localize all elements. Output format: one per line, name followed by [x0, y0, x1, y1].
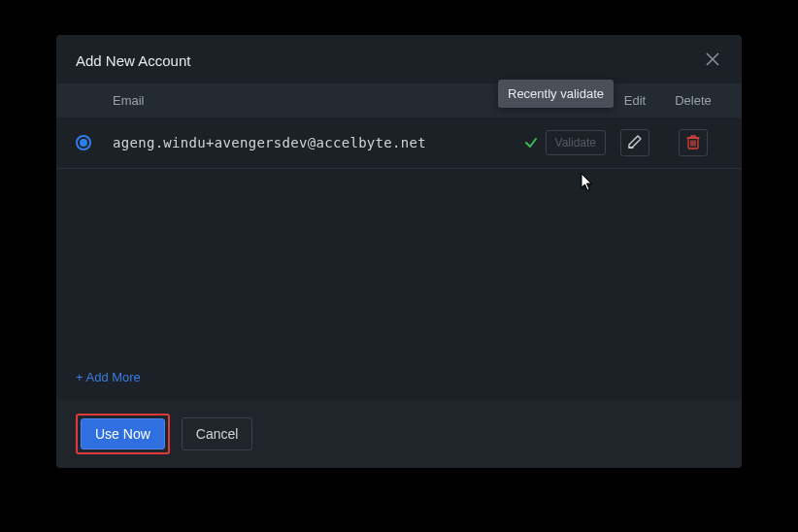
pencil-icon: [627, 134, 643, 152]
add-account-dialog: Add New Account Email Edit Delete Recent…: [56, 35, 742, 468]
check-icon: [524, 136, 538, 150]
trash-icon: [686, 134, 700, 152]
validate-tooltip: Recently validate: [498, 80, 614, 108]
edit-button[interactable]: [620, 129, 649, 156]
row-validate-cell: Validate: [509, 130, 606, 155]
row-email-cell: ageng.windu+avengersdev@accelbyte.net: [103, 135, 509, 150]
account-row: ageng.windu+avengersdev@accelbyte.net Va…: [56, 117, 742, 169]
dialog-footer: Use Now Cancel: [56, 400, 742, 468]
validate-button[interactable]: Validate: [546, 130, 606, 155]
close-button[interactable]: [703, 50, 722, 70]
column-header-email: Email: [103, 93, 509, 108]
add-more-row: + Add More: [56, 359, 742, 400]
cancel-button[interactable]: Cancel: [182, 417, 253, 450]
row-delete-cell: [664, 129, 722, 156]
row-edit-cell: [606, 129, 664, 156]
delete-button[interactable]: [679, 129, 708, 156]
email-text: ageng.windu+avengersdev@accelbyte.net: [113, 135, 426, 150]
empty-body-space: [56, 169, 742, 359]
column-header-row: Email Edit Delete Recently validate: [56, 83, 742, 117]
dialog-header: Add New Account: [56, 35, 742, 83]
primary-button-highlight: Use Now: [76, 414, 170, 454]
row-select-cell: [76, 135, 103, 150]
column-header-delete: Delete: [664, 93, 722, 108]
radio-dot-icon: [80, 139, 87, 147]
dialog-title: Add New Account: [76, 52, 190, 69]
close-icon: [706, 52, 719, 69]
select-radio[interactable]: [76, 135, 91, 150]
use-now-button[interactable]: Use Now: [81, 418, 165, 449]
column-header-edit: Edit: [606, 93, 664, 108]
add-more-link[interactable]: + Add More: [76, 370, 141, 384]
